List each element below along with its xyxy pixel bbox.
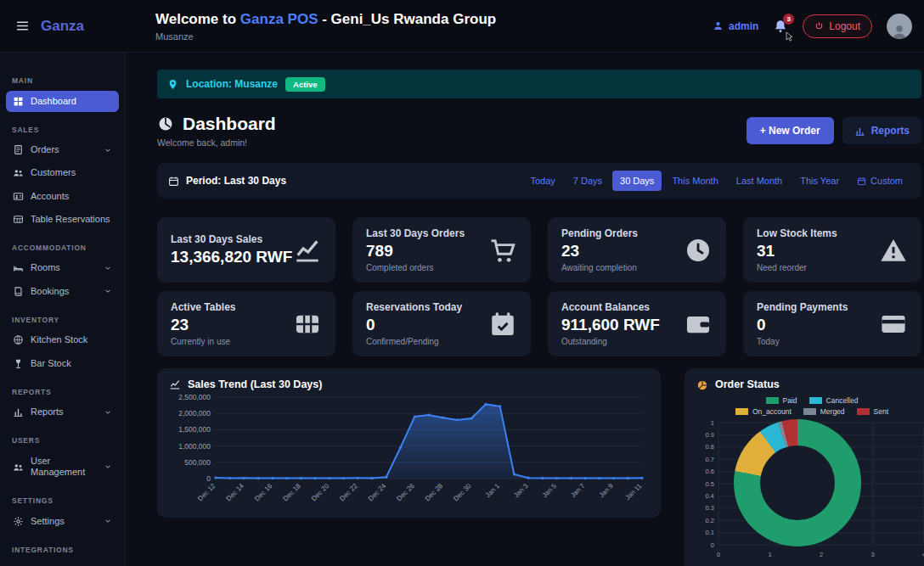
location-label: Location: xyxy=(186,78,232,90)
stats-grid: Last 30 Days Sales13,366,820 RWFLast 30 … xyxy=(157,217,921,356)
accounts-icon xyxy=(13,191,24,202)
sidebar-item-rooms[interactable]: Rooms xyxy=(6,257,119,278)
stat-title: Last 30 Days Sales xyxy=(171,233,292,245)
header-actions: admin 3 Logout xyxy=(713,14,924,39)
sidebar-item-label: Table Reservations xyxy=(31,214,110,225)
sidebar-item-orders[interactable]: Orders xyxy=(6,139,119,160)
notifications-button[interactable]: 3 xyxy=(773,19,788,34)
head-actions: + New Order Reports xyxy=(747,117,921,144)
svg-text:Dec 22: Dec 22 xyxy=(338,482,359,503)
welcome-back-text: Welcome back, admin! xyxy=(157,137,276,148)
legend-item-on-account[interactable]: On_account xyxy=(735,407,792,416)
svg-text:Dec 30: Dec 30 xyxy=(452,482,473,503)
sidebar-item-label: Bookings xyxy=(31,286,69,297)
stat-title: Account Balances xyxy=(561,301,660,313)
stat-sub: Awaiting completion xyxy=(561,263,638,272)
svg-text:0.7: 0.7 xyxy=(706,455,714,462)
svg-text:Dec 14: Dec 14 xyxy=(225,482,246,503)
svg-text:Dec 28: Dec 28 xyxy=(424,482,445,503)
order-status-plot: 00.10.20.30.40.50.60.70.80.9101234 xyxy=(696,419,924,562)
new-order-button[interactable]: + New Order xyxy=(747,117,834,144)
filter-this-year-button[interactable]: This Year xyxy=(792,171,847,191)
book-icon xyxy=(13,286,24,297)
reports-button[interactable]: Reports xyxy=(842,117,921,144)
admin-user-label: admin xyxy=(729,20,758,32)
dashboard-icon xyxy=(13,96,24,107)
svg-text:1: 1 xyxy=(768,551,771,558)
chevron-down-icon xyxy=(104,264,112,272)
filter-this-month-button[interactable]: This Month xyxy=(664,171,725,191)
filter-today-button[interactable]: Today xyxy=(522,171,562,191)
sidebar-item-customers[interactable]: Customers xyxy=(6,162,119,183)
svg-text:Jan 11: Jan 11 xyxy=(623,482,643,502)
filter-30-days-button[interactable]: 30 Days xyxy=(612,171,662,191)
sidebar: MainDashboardSalesOrdersCustomersAccount… xyxy=(0,53,126,566)
legend-item-merged[interactable]: Merged xyxy=(803,407,845,416)
legend-swatch xyxy=(803,408,816,415)
sales-trend-header: Sales Trend (Last 30 Days) xyxy=(169,378,649,390)
sidebar-item-integrations[interactable]: Integrations xyxy=(6,559,119,566)
person-icon xyxy=(713,20,724,31)
legend-item-paid[interactable]: Paid xyxy=(766,396,797,405)
chevron-down-icon xyxy=(104,408,112,417)
dashboard-gauge-icon xyxy=(157,115,174,132)
location-pin-icon xyxy=(167,79,178,90)
avatar[interactable] xyxy=(887,14,912,39)
stat-value: 0 xyxy=(366,316,462,334)
svg-text:1,500,000: 1,500,000 xyxy=(178,425,211,434)
sidebar-section-label-accommodation: Accommodation xyxy=(12,244,113,252)
sidebar-item-label: Bar Stock xyxy=(31,358,71,369)
table-icon xyxy=(13,214,24,225)
svg-text:Dec 12: Dec 12 xyxy=(196,482,217,503)
sidebar-item-label: Rooms xyxy=(31,262,60,273)
stat-card-active-tables: Active Tables23Currently in use xyxy=(157,291,335,356)
stat-value: 13,366,820 RWF xyxy=(171,248,292,266)
legend-item-sent[interactable]: Sent xyxy=(857,407,889,416)
logout-label: Logout xyxy=(829,20,860,32)
page-title: Dashboard xyxy=(157,114,276,134)
sidebar-item-table-reservations[interactable]: Table Reservations xyxy=(6,209,119,230)
sidebar-item-settings[interactable]: Settings xyxy=(6,511,119,532)
reports-chart-icon xyxy=(854,126,865,137)
svg-text:0.6: 0.6 xyxy=(706,468,714,475)
chevron-down-icon xyxy=(104,517,112,525)
stat-value: 23 xyxy=(171,316,235,334)
sidebar-item-user-management[interactable]: User Management xyxy=(6,451,119,483)
chevron-down-icon xyxy=(104,462,112,471)
sidebar-item-dashboard[interactable]: Dashboard xyxy=(6,91,119,112)
svg-text:500,000: 500,000 xyxy=(184,458,211,467)
stat-sub: Today xyxy=(757,337,848,346)
svg-text:Jan 9: Jan 9 xyxy=(598,482,616,500)
brand-logo[interactable]: Ganza xyxy=(41,18,84,35)
logout-button[interactable]: Logout xyxy=(803,14,872,38)
sales-trend-title: Sales Trend (Last 30 Days) xyxy=(188,378,322,390)
legend-item-cancelled[interactable]: Cancelled xyxy=(809,396,859,405)
svg-text:0.4: 0.4 xyxy=(706,492,714,500)
wallet-icon xyxy=(684,310,713,339)
bed-icon xyxy=(13,263,24,274)
filter-7-days-button[interactable]: 7 Days xyxy=(566,171,610,191)
sidebar-item-reports[interactable]: Reports xyxy=(6,401,119,423)
charts-row: Sales Trend (Last 30 Days) 0500,0001,000… xyxy=(157,368,921,566)
legend-swatch xyxy=(857,408,870,415)
svg-text:0.5: 0.5 xyxy=(706,479,714,487)
filter-custom-button[interactable]: Custom xyxy=(849,171,910,191)
sidebar-item-kitchen-stock[interactable]: Kitchen Stock xyxy=(6,329,119,350)
sidebar-item-label: Kitchen Stock xyxy=(31,334,87,345)
svg-text:0.9: 0.9 xyxy=(706,431,714,439)
sidebar-item-accounts[interactable]: Accounts xyxy=(6,186,119,207)
stat-title: Active Tables xyxy=(171,301,235,313)
stat-value: 789 xyxy=(366,242,465,261)
sidebar-item-bookings[interactable]: Bookings xyxy=(6,281,119,302)
svg-text:Jan 1: Jan 1 xyxy=(484,482,502,500)
location-banner: Location: Musanze Active xyxy=(157,70,921,98)
filter-last-month-button[interactable]: Last Month xyxy=(729,171,790,191)
sidebar-item-bar-stock[interactable]: Bar Stock xyxy=(6,353,119,374)
admin-user-button[interactable]: admin xyxy=(713,20,758,32)
globe-icon xyxy=(13,334,24,345)
sidebar-item-label: Reports xyxy=(31,406,64,417)
order-status-donut[interactable] xyxy=(734,419,861,546)
menu-icon[interactable] xyxy=(15,19,30,33)
wine-icon xyxy=(13,358,24,369)
calendar-icon xyxy=(857,177,866,186)
